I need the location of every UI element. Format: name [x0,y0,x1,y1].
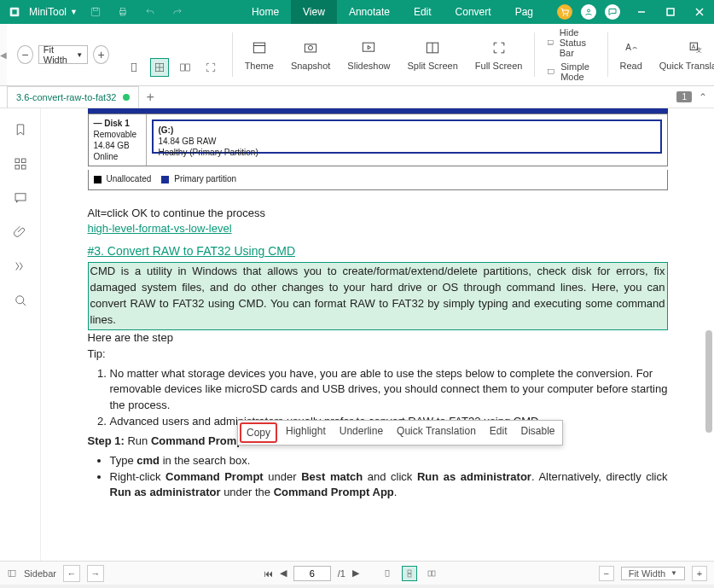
fit-page-icon[interactable] [150,58,169,77]
thumbnails-icon[interactable] [11,154,30,173]
svg-text:A: A [625,43,631,52]
highlighted-paragraph: CMD is a utility in Windows that allows … [88,262,668,329]
snapshot-button[interactable]: Snapshot [282,27,339,82]
scrollbar[interactable] [705,330,712,433]
close-button[interactable] [685,0,714,24]
ctx-underline[interactable]: Underline [333,421,390,445]
list-item: No matter what storage devices you have,… [110,366,668,415]
simple-mode-button[interactable]: Simple Mode [547,61,595,82]
history-back-button[interactable]: ← [63,565,80,582]
save-icon[interactable] [90,6,102,18]
svg-rect-36 [15,194,26,201]
svg-rect-17 [181,64,185,71]
svg-rect-35 [21,166,26,170]
ctx-disable[interactable]: Disable [514,421,562,445]
split-label: Split Screen [408,61,458,71]
theme-button[interactable]: Theme [236,27,282,82]
ctx-highlight[interactable]: Highlight [279,421,333,445]
section-heading[interactable]: #3. Convert RAW to FAT32 Using CMD [88,242,668,259]
comments-icon[interactable] [11,189,30,207]
svg-point-6 [563,15,564,16]
history-forward-button[interactable]: → [87,565,104,582]
menu-tabs: Home View Annotate Edit Convert Pag [240,0,545,24]
tab-view[interactable]: View [291,0,337,24]
search-icon[interactable] [11,291,30,310]
maximize-button[interactable] [656,0,685,24]
ctx-edit[interactable]: Edit [483,421,514,445]
sidebar-label[interactable]: Sidebar [24,568,56,579]
steps-lead: Here are the step [88,330,668,346]
app-name: MiniTool [29,6,67,18]
two-page-icon[interactable] [176,58,194,77]
tab-page[interactable]: Pag [503,0,545,24]
quick-translation-button[interactable]: A文Quick Translation [651,27,714,82]
zoom-out-button[interactable]: − [17,45,33,64]
link-format-levels[interactable]: high-level-format-vs-low-level [88,222,232,235]
slideshow-button[interactable]: Slideshow [339,27,398,82]
titlebar: MiniTool ▼ Home View Annotate Edit Conve… [0,0,714,24]
sidebar-toggle-icon[interactable] [7,568,17,579]
zoom-in-status-button[interactable]: + [692,566,707,581]
slideshow-label: Slideshow [347,61,390,71]
outline-icon[interactable] [11,257,30,276]
list-item: Type cmd in the search box. [110,453,668,469]
svg-rect-43 [408,573,411,577]
tab-edit[interactable]: Edit [402,0,444,24]
hide-status-bar-button[interactable]: Hide Status Bar [547,27,595,58]
svg-rect-19 [253,43,264,53]
ribbon-scroll-left[interactable]: ◀ [0,24,7,85]
tab-convert[interactable]: Convert [444,0,503,24]
bookmark-icon[interactable] [11,120,30,139]
disk-status: Online [94,152,119,161]
titlebar-right-icons [550,4,627,20]
app-dropdown-icon[interactable]: ▼ [70,8,78,16]
read-button[interactable]: ARead [612,27,651,82]
facing-view-icon[interactable] [424,566,439,581]
disk-vol-size: 14.84 GB RAW [159,137,217,146]
chat-icon[interactable] [605,4,620,20]
first-page-button[interactable]: ⏮ [264,568,273,579]
zoom-in-button[interactable]: + [93,45,109,64]
tab-annotate[interactable]: Annotate [337,0,402,24]
svg-point-7 [567,15,568,16]
svg-rect-18 [186,64,190,71]
single-view-icon[interactable] [380,566,395,581]
cart-icon[interactable] [557,4,572,20]
prev-page-button[interactable]: ◀ [280,568,287,579]
svg-rect-4 [121,8,125,10]
ctx-copy[interactable]: Copy [240,422,277,443]
new-tab-button[interactable]: + [146,90,154,105]
fit-status-select[interactable]: Fit Width▼ [621,567,685,580]
legend-primary: Primary partition [174,173,236,186]
attachments-icon[interactable] [11,223,30,242]
crop-icon[interactable] [201,58,220,77]
page-input[interactable] [293,566,331,581]
svg-rect-34 [15,166,20,170]
page-total: /1 [338,568,345,579]
tab-home[interactable]: Home [240,0,291,24]
fit-status-label: Fit Width [629,568,665,579]
zoom-group: − Fit Width▼ + [10,27,116,82]
fit-width-label: Fit Width [44,44,73,65]
zoom-out-status-button[interactable]: − [599,566,614,581]
full-label: Full Screen [475,61,523,71]
full-screen-button[interactable]: Full Screen [467,27,531,82]
svg-rect-44 [428,571,432,576]
ctx-quick-translation[interactable]: Quick Translation [390,421,483,445]
page-content: — Disk 1 Removable 14.84 GB Online (G:) … [41,108,714,561]
redo-icon[interactable] [171,6,183,18]
split-screen-button[interactable]: Split Screen [399,27,467,82]
fit-width-select[interactable]: Fit Width▼ [38,45,88,64]
svg-rect-33 [21,159,26,163]
svg-rect-22 [363,43,374,51]
undo-icon[interactable] [144,6,156,18]
continuous-view-icon[interactable] [402,566,417,581]
document-tab[interactable]: 3.6-convert-raw-to-fat32 [7,86,139,108]
collapse-ribbon-icon[interactable]: ⌃ [699,91,707,103]
single-page-icon[interactable] [125,58,143,77]
next-page-button[interactable]: ▶ [352,568,359,579]
minimize-button[interactable] [627,0,656,24]
print-icon[interactable] [117,6,129,18]
ribbon: ◀ − Fit Width▼ + Theme Snapshot Slidesho… [0,24,714,86]
user-icon[interactable] [581,4,596,20]
